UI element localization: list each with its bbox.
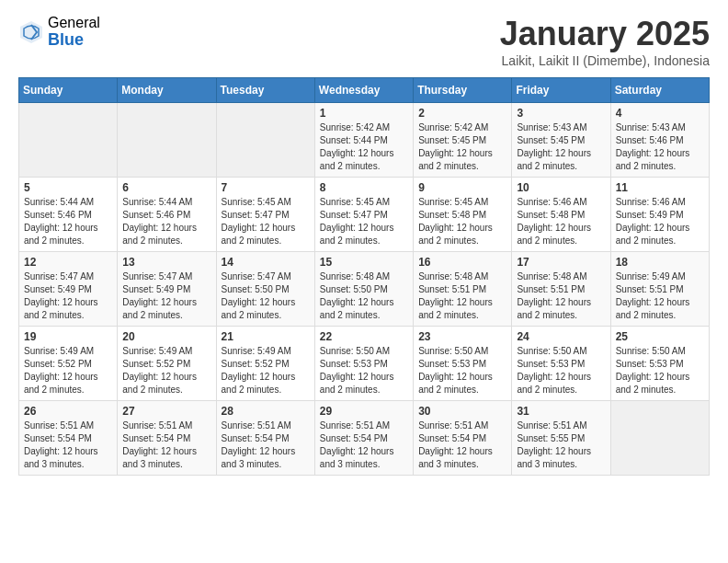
- day-number: 23: [418, 330, 506, 343]
- header-day-friday: Friday: [512, 78, 610, 103]
- calendar-cell: 30Sunrise: 5:51 AMSunset: 5:54 PMDayligh…: [414, 401, 512, 476]
- cell-content: Sunrise: 5:48 AMSunset: 5:51 PMDaylight:…: [418, 270, 506, 322]
- header-day-monday: Monday: [118, 78, 216, 103]
- cell-content: Sunrise: 5:43 AMSunset: 5:45 PMDaylight:…: [517, 121, 605, 173]
- header-day-sunday: Sunday: [19, 78, 118, 103]
- day-number: 5: [24, 181, 112, 194]
- day-number: 16: [418, 256, 506, 269]
- calendar-cell: 11Sunrise: 5:46 AMSunset: 5:49 PMDayligh…: [610, 178, 709, 252]
- calendar-cell: 24Sunrise: 5:50 AMSunset: 5:53 PMDayligh…: [512, 327, 610, 401]
- day-number: 14: [222, 256, 310, 269]
- day-number: 1: [320, 107, 408, 120]
- day-number: 20: [122, 330, 210, 343]
- calendar-cell: 7Sunrise: 5:45 AMSunset: 5:47 PMDaylight…: [216, 178, 314, 252]
- calendar-cell: 21Sunrise: 5:49 AMSunset: 5:52 PMDayligh…: [216, 327, 314, 401]
- cell-content: Sunrise: 5:42 AMSunset: 5:45 PMDaylight:…: [418, 121, 506, 173]
- day-number: 17: [517, 256, 605, 269]
- day-number: 3: [517, 107, 605, 120]
- header: General Blue January 2025 Laikit, Laikit…: [18, 15, 710, 68]
- calendar-cell: [19, 103, 118, 178]
- cell-content: Sunrise: 5:51 AMSunset: 5:54 PMDaylight:…: [418, 419, 506, 471]
- day-number: 7: [222, 181, 310, 194]
- logo: General Blue: [18, 15, 100, 49]
- calendar-cell: 13Sunrise: 5:47 AMSunset: 5:49 PMDayligh…: [118, 252, 216, 327]
- day-number: 2: [418, 107, 506, 120]
- day-number: 21: [222, 330, 310, 343]
- cell-content: Sunrise: 5:50 AMSunset: 5:53 PMDaylight:…: [320, 345, 408, 396]
- cell-content: Sunrise: 5:47 AMSunset: 5:49 PMDaylight:…: [24, 270, 112, 322]
- cell-content: Sunrise: 5:48 AMSunset: 5:51 PMDaylight:…: [517, 270, 605, 322]
- calendar-cell: 5Sunrise: 5:44 AMSunset: 5:46 PMDaylight…: [19, 178, 118, 252]
- day-number: 31: [517, 405, 605, 418]
- cell-content: Sunrise: 5:50 AMSunset: 5:53 PMDaylight:…: [616, 345, 704, 396]
- calendar-table: SundayMondayTuesdayWednesdayThursdayFrid…: [18, 77, 710, 476]
- day-number: 4: [616, 107, 704, 120]
- calendar-cell: 17Sunrise: 5:48 AMSunset: 5:51 PMDayligh…: [512, 252, 610, 327]
- day-number: 10: [517, 181, 605, 194]
- day-number: 12: [24, 256, 112, 269]
- cell-content: Sunrise: 5:51 AMSunset: 5:54 PMDaylight:…: [24, 419, 112, 471]
- header-day-saturday: Saturday: [610, 78, 709, 103]
- calendar-cell: 12Sunrise: 5:47 AMSunset: 5:49 PMDayligh…: [19, 252, 118, 327]
- month-title: January 2025: [500, 15, 710, 53]
- calendar-cell: [610, 401, 709, 476]
- day-number: 24: [517, 330, 605, 343]
- title-area: January 2025 Laikit, Laikit II (Dimembe)…: [500, 15, 710, 68]
- day-number: 8: [320, 181, 408, 194]
- cell-content: Sunrise: 5:44 AMSunset: 5:46 PMDaylight:…: [122, 196, 210, 247]
- calendar-week-row: 1Sunrise: 5:42 AMSunset: 5:44 PMDaylight…: [19, 103, 710, 178]
- calendar-week-row: 12Sunrise: 5:47 AMSunset: 5:49 PMDayligh…: [19, 252, 710, 327]
- day-number: 28: [222, 405, 310, 418]
- logo-text: General Blue: [48, 15, 100, 49]
- calendar-cell: 20Sunrise: 5:49 AMSunset: 5:52 PMDayligh…: [118, 327, 216, 401]
- calendar-cell: 29Sunrise: 5:51 AMSunset: 5:54 PMDayligh…: [314, 401, 413, 476]
- header-day-wednesday: Wednesday: [314, 78, 413, 103]
- calendar-cell: [216, 103, 314, 178]
- day-number: 18: [616, 256, 704, 269]
- cell-content: Sunrise: 5:47 AMSunset: 5:49 PMDaylight:…: [122, 270, 210, 322]
- cell-content: Sunrise: 5:43 AMSunset: 5:46 PMDaylight:…: [616, 121, 704, 173]
- calendar-cell: 28Sunrise: 5:51 AMSunset: 5:54 PMDayligh…: [216, 401, 314, 476]
- cell-content: Sunrise: 5:46 AMSunset: 5:49 PMDaylight:…: [616, 196, 704, 247]
- logo-icon: [18, 19, 44, 45]
- cell-content: Sunrise: 5:42 AMSunset: 5:44 PMDaylight:…: [320, 121, 408, 173]
- cell-content: Sunrise: 5:44 AMSunset: 5:46 PMDaylight:…: [24, 196, 112, 247]
- calendar-cell: 27Sunrise: 5:51 AMSunset: 5:54 PMDayligh…: [118, 401, 216, 476]
- cell-content: Sunrise: 5:48 AMSunset: 5:50 PMDaylight:…: [320, 270, 408, 322]
- cell-content: Sunrise: 5:51 AMSunset: 5:54 PMDaylight:…: [122, 419, 210, 471]
- calendar-header-row: SundayMondayTuesdayWednesdayThursdayFrid…: [19, 78, 710, 103]
- day-number: 27: [122, 405, 210, 418]
- calendar-cell: 8Sunrise: 5:45 AMSunset: 5:47 PMDaylight…: [314, 178, 413, 252]
- calendar-week-row: 26Sunrise: 5:51 AMSunset: 5:54 PMDayligh…: [19, 401, 710, 476]
- calendar-cell: [118, 103, 216, 178]
- calendar-cell: 23Sunrise: 5:50 AMSunset: 5:53 PMDayligh…: [414, 327, 512, 401]
- header-day-thursday: Thursday: [414, 78, 512, 103]
- day-number: 22: [320, 330, 408, 343]
- day-number: 13: [122, 256, 210, 269]
- calendar-cell: 1Sunrise: 5:42 AMSunset: 5:44 PMDaylight…: [314, 103, 413, 178]
- cell-content: Sunrise: 5:49 AMSunset: 5:52 PMDaylight:…: [122, 345, 210, 396]
- calendar-cell: 10Sunrise: 5:46 AMSunset: 5:48 PMDayligh…: [512, 178, 610, 252]
- logo-blue-text: Blue: [48, 31, 100, 50]
- calendar-cell: 3Sunrise: 5:43 AMSunset: 5:45 PMDaylight…: [512, 103, 610, 178]
- cell-content: Sunrise: 5:45 AMSunset: 5:47 PMDaylight:…: [320, 196, 408, 247]
- cell-content: Sunrise: 5:49 AMSunset: 5:52 PMDaylight:…: [222, 345, 310, 396]
- cell-content: Sunrise: 5:51 AMSunset: 5:54 PMDaylight:…: [320, 419, 408, 471]
- day-number: 6: [122, 181, 210, 194]
- calendar-cell: 25Sunrise: 5:50 AMSunset: 5:53 PMDayligh…: [610, 327, 709, 401]
- calendar-cell: 6Sunrise: 5:44 AMSunset: 5:46 PMDaylight…: [118, 178, 216, 252]
- location-title: Laikit, Laikit II (Dimembe), Indonesia: [500, 53, 710, 68]
- calendar-week-row: 5Sunrise: 5:44 AMSunset: 5:46 PMDaylight…: [19, 178, 710, 252]
- cell-content: Sunrise: 5:51 AMSunset: 5:54 PMDaylight:…: [222, 419, 310, 471]
- calendar-cell: 16Sunrise: 5:48 AMSunset: 5:51 PMDayligh…: [414, 252, 512, 327]
- cell-content: Sunrise: 5:49 AMSunset: 5:52 PMDaylight:…: [24, 345, 112, 396]
- day-number: 19: [24, 330, 112, 343]
- cell-content: Sunrise: 5:50 AMSunset: 5:53 PMDaylight:…: [418, 345, 506, 396]
- day-number: 15: [320, 256, 408, 269]
- day-number: 30: [418, 405, 506, 418]
- cell-content: Sunrise: 5:49 AMSunset: 5:51 PMDaylight:…: [616, 270, 704, 322]
- calendar-cell: 14Sunrise: 5:47 AMSunset: 5:50 PMDayligh…: [216, 252, 314, 327]
- day-number: 25: [616, 330, 704, 343]
- calendar-cell: 18Sunrise: 5:49 AMSunset: 5:51 PMDayligh…: [610, 252, 709, 327]
- day-number: 29: [320, 405, 408, 418]
